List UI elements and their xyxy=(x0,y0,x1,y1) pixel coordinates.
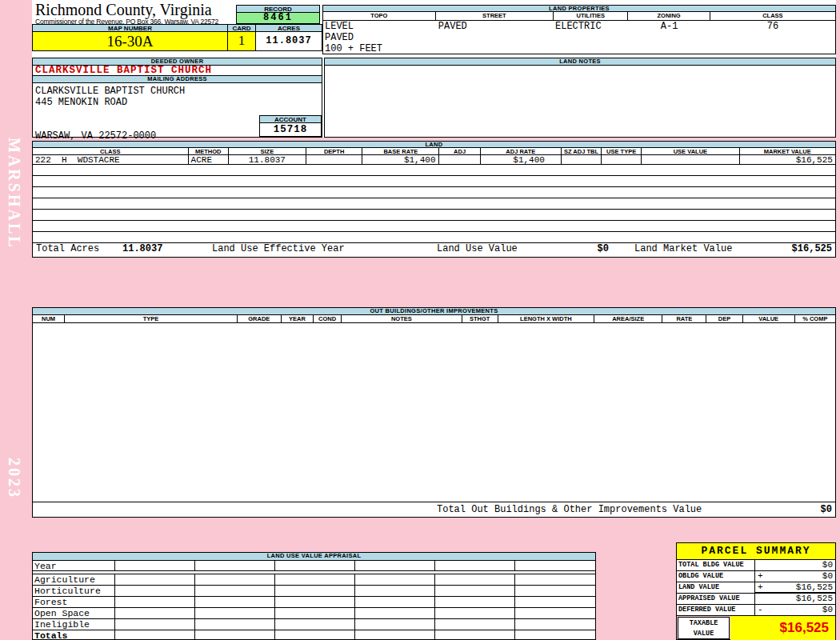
class-value: 76 xyxy=(710,21,835,54)
appraisal-cell xyxy=(275,619,355,630)
record-block: RECORD 8461 xyxy=(236,5,320,24)
land-properties-columns: TOPO STREET UTILITIES ZONING CLASS xyxy=(322,12,836,20)
out-buildings-columns: NUM TYPE GRADE YEAR COND NOTES STHGT LEN… xyxy=(33,315,835,323)
empty-land-row xyxy=(33,221,835,232)
land-method-cell: ACRE xyxy=(189,155,229,164)
appraisal-cell xyxy=(515,630,595,640)
column-header: SZ ADJ TBL xyxy=(562,148,602,154)
appraisal-cell xyxy=(195,597,275,607)
column-header: COND xyxy=(314,315,342,322)
appraisal-cell xyxy=(435,608,515,618)
summary-value: $0 xyxy=(822,560,833,570)
land-notes-block: LAND NOTES xyxy=(324,58,836,138)
appraisal-row-totals: Totals xyxy=(33,630,595,640)
county-title: Richmond County, Virginia xyxy=(35,2,235,18)
parcel-summary-title: PARCEL SUMMARY xyxy=(677,543,835,560)
land-empty-rows xyxy=(33,165,835,243)
column-header: MARKET VALUE xyxy=(740,148,835,154)
address-line: CLARKSVILLE BAPTIST CHURCH xyxy=(35,86,322,97)
appraisal-cell xyxy=(355,619,435,630)
appraisal-cell xyxy=(115,619,195,630)
appraisal-row-open-space: Open Space xyxy=(33,608,595,619)
appraisal-cell xyxy=(115,574,195,585)
appraisal-cell xyxy=(435,619,515,630)
column-header: STREET xyxy=(436,12,554,20)
column-header: TOPO xyxy=(323,12,436,20)
appraisal-cell xyxy=(195,608,275,618)
appraisal-cell xyxy=(195,619,275,630)
property-record-card: MARSHALL 2023 Richmond County, Virginia … xyxy=(0,0,840,640)
parcel-summary: PARCEL SUMMARY TOTAL BLDG VALUE $0 OBLDG… xyxy=(676,542,836,640)
account-label: ACCOUNT xyxy=(259,115,322,123)
row-label: Agriculture xyxy=(33,574,115,585)
appraisal-cell xyxy=(115,597,195,607)
appraisal-cell xyxy=(435,586,515,596)
summary-value: $0 xyxy=(822,605,833,615)
row-label: Totals xyxy=(33,630,115,640)
effective-year-label: Land Use Effective Year xyxy=(212,242,345,256)
empty-land-row xyxy=(33,176,835,187)
summary-value: $16,525 xyxy=(796,594,833,604)
land-market-value-label: Land Market Value xyxy=(634,242,732,256)
column-header: CLASS xyxy=(710,12,835,20)
total-acres-label: Total Acres xyxy=(36,242,99,256)
empty-land-row xyxy=(33,165,835,176)
summary-label: TOTAL BLDG VALUE xyxy=(677,560,755,570)
appraisal-cell xyxy=(115,561,195,570)
appraisal-row-agriculture: Agriculture xyxy=(33,574,595,586)
sidebar-book-label: MARSHALL xyxy=(5,138,23,250)
address-line: 445 MENOKIN ROAD xyxy=(35,97,322,108)
map-number-block: MAP NUMBER 16-30A xyxy=(32,24,228,51)
appraisal-cell xyxy=(515,586,595,596)
summary-row-land: LAND VALUE +$16,525 xyxy=(677,582,835,594)
out-buildings-total-row: Total Out Buildings & Other Improvements… xyxy=(33,502,835,517)
appraisal-cell xyxy=(195,586,275,596)
row-label: Horticulture xyxy=(33,586,115,596)
column-header: VALUE xyxy=(743,315,795,322)
land-data-row: 222 H WDSTACRE ACRE 11.8037 $1,400 $1,40… xyxy=(33,155,835,165)
taxable-label: TAXABLE VALUE xyxy=(678,617,730,639)
summary-row-appraised: APPRAISED VALUE $16,525 xyxy=(677,594,835,605)
land-market-value-cell: $16,525 xyxy=(740,155,835,164)
summary-row-total-bldg: TOTAL BLDG VALUE $0 xyxy=(677,560,835,571)
empty-land-row xyxy=(33,232,835,243)
appraisal-cell xyxy=(355,561,435,570)
topo-value: LEVEL PAVED 100 + FEET xyxy=(323,21,436,54)
land-properties-title: LAND PROPERTIES xyxy=(322,5,836,12)
appraisal-cell xyxy=(115,586,195,596)
column-header: TYPE xyxy=(65,315,238,322)
appraisal-cell xyxy=(275,561,355,570)
land-adj-rate-cell: $1,400 xyxy=(481,155,562,164)
summary-label: APPRAISED VALUE xyxy=(677,594,755,604)
column-header: NOTES xyxy=(342,315,462,322)
appraisal-cell xyxy=(355,597,435,607)
out-buildings-total-label: Total Out Buildings & Other Improvements… xyxy=(437,502,702,517)
summary-label: LAND VALUE xyxy=(677,582,755,593)
sidebar-year-label: 2023 xyxy=(5,458,23,499)
land-base-rate-cell: $1,400 xyxy=(362,155,439,164)
appraisal-cell xyxy=(195,574,275,585)
appraisal-cell xyxy=(515,608,595,618)
column-header: AREA/SIZE xyxy=(594,315,662,322)
taxable-value: $16,525 xyxy=(730,616,835,640)
appraisal-cell xyxy=(515,619,595,630)
land-use-value-cell xyxy=(642,155,739,164)
land-table: LAND CLASS METHOD SIZE DEPTH BASE RATE A… xyxy=(32,141,836,258)
appraisal-row-ineligible: Ineligible xyxy=(33,619,595,630)
land-use-type-cell xyxy=(602,155,642,164)
owner-block: DEEDED OWNER CLARKSVILLE BAPTIST CHURCH … xyxy=(32,58,322,138)
column-header: CLASS xyxy=(33,148,189,154)
column-header: % COMP xyxy=(795,315,835,322)
mailing-address-label: MAILING ADDRESS xyxy=(33,76,322,83)
summary-value: $16,525 xyxy=(796,582,833,592)
column-header: METHOD xyxy=(189,148,229,154)
summary-row-taxable: TAXABLE VALUE $16,525 xyxy=(677,616,835,640)
row-label: Year xyxy=(33,561,115,570)
card-block: CARD 1 xyxy=(228,24,256,51)
land-depth-cell xyxy=(306,155,362,164)
appraisal-cell xyxy=(515,597,595,607)
county-header: Richmond County, Virginia Commissioner o… xyxy=(35,2,235,24)
out-buildings-table: OUT BUILDINGS/OTHER IMPROVEMENTS NUM TYP… xyxy=(32,307,836,518)
summary-label: OBLDG VALUE xyxy=(677,571,755,582)
appraisal-cell xyxy=(115,608,195,618)
